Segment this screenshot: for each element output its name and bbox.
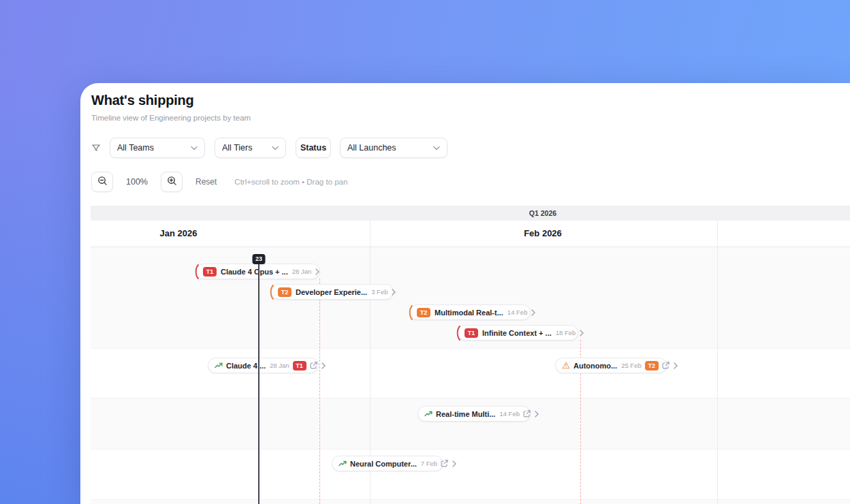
- launch-title: Real-time Multi...: [436, 410, 495, 418]
- project-title: Claude 4 Opus + ...: [221, 268, 288, 276]
- team-lane: [91, 348, 850, 398]
- chevron-right-icon: [392, 289, 396, 296]
- project-date: 28 Jan: [288, 268, 312, 275]
- timeline-grid[interactable]: T1 Claude 4 Opus + ... 28 Jan T2 Develop…: [91, 247, 850, 504]
- today-marker-badge: 23: [252, 254, 265, 264]
- launches-filter-select[interactable]: All Launches: [340, 138, 447, 158]
- tiers-filter-select[interactable]: All Tiers: [215, 138, 286, 158]
- launch-pill[interactable]: Neural Computer... 7 Feb: [332, 456, 443, 471]
- teams-filter-select[interactable]: All Teams: [110, 138, 205, 158]
- month-label-feb: Feb 2026: [524, 221, 562, 247]
- tier2-bracket-icon: [269, 285, 274, 300]
- project-title: Developer Experie...: [296, 288, 367, 296]
- external-link-icon: [441, 460, 448, 467]
- month-label-jan: Jan 2026: [160, 221, 198, 247]
- warning-icon: [562, 362, 570, 369]
- chevron-down-icon: [272, 146, 279, 151]
- zoom-toolbar: 100% Reset Ctrl+scroll to zoom • Drag to…: [91, 172, 347, 192]
- project-bar[interactable]: T1 Infinite Context + ... 18 Feb: [458, 325, 578, 341]
- chevron-right-icon: [321, 362, 326, 369]
- launch-pill[interactable]: Autonomo... 25 Feb T2: [555, 358, 667, 373]
- launch-pill[interactable]: Claude 4 ... 28 Jan T1: [208, 358, 319, 373]
- tier-badge: T2: [278, 287, 292, 297]
- launch-title: Claude 4 ...: [226, 362, 266, 370]
- project-date: 18 Feb: [552, 329, 576, 336]
- today-marker-line: [258, 264, 259, 504]
- tier-badge: T1: [465, 328, 478, 338]
- launch-pill[interactable]: Real-time Multi... 14 Feb: [418, 406, 531, 422]
- project-bar[interactable]: T2 Multimodal Real-t... 14 Feb: [410, 304, 531, 320]
- team-lane: [91, 499, 850, 504]
- trending-up-icon: [424, 411, 432, 417]
- page-title: What's shipping: [91, 93, 194, 108]
- project-title: Multimodal Real-t...: [435, 309, 503, 317]
- zoom-out-icon: [97, 176, 108, 188]
- external-link-icon: [310, 362, 317, 369]
- tier-badge: T2: [417, 308, 430, 317]
- chevron-right-icon: [452, 460, 456, 467]
- launch-date: 7 Feb: [417, 460, 437, 467]
- chevron-right-icon: [580, 330, 584, 336]
- project-title: Infinite Context + ...: [482, 329, 552, 337]
- timeline: Q1 2026 Jan 2026 Feb 2026 T: [91, 206, 850, 504]
- chevron-down-icon: [191, 146, 198, 151]
- team-lane: [91, 449, 850, 499]
- whats-shipping-panel: What's shipping Timeline view of Enginee…: [80, 83, 850, 504]
- zoom-out-button[interactable]: [91, 172, 113, 192]
- launch-date: 28 Jan: [266, 362, 289, 369]
- filter-bar: All Teams All Tiers Status All Launches: [91, 138, 457, 158]
- tier-badge: T1: [293, 361, 306, 371]
- teams-filter-value: All Teams: [117, 143, 154, 153]
- external-link-icon: [523, 410, 531, 418]
- status-filter-label: Status: [300, 143, 326, 153]
- project-date: 3 Feb: [367, 288, 388, 296]
- tier-badge: T2: [645, 361, 659, 371]
- chevron-right-icon: [535, 411, 539, 418]
- tier-badge: T1: [203, 267, 217, 277]
- trending-up-icon: [215, 362, 223, 368]
- launch-date: 25 Feb: [617, 362, 642, 369]
- month-header-row: Jan 2026 Feb 2026: [91, 221, 850, 247]
- chevron-right-icon: [531, 309, 535, 316]
- external-link-icon: [662, 362, 670, 369]
- trending-up-icon: [339, 460, 347, 467]
- chevron-right-icon: [674, 362, 678, 369]
- zoom-hint-text: Ctrl+scroll to zoom • Drag to pan: [234, 178, 347, 186]
- status-filter-button[interactable]: Status: [296, 138, 331, 158]
- chevron-right-icon: [315, 268, 319, 275]
- reset-zoom-button[interactable]: Reset: [195, 177, 217, 187]
- tier2-bracket-icon: [408, 305, 413, 320]
- tiers-filter-value: All Tiers: [222, 143, 252, 153]
- page-subtitle: Timeline view of Engineering projects by…: [91, 114, 251, 122]
- chevron-down-icon: [433, 146, 440, 151]
- launch-date: 14 Feb: [495, 410, 520, 418]
- quarter-label: Q1 2026: [529, 206, 556, 221]
- launches-filter-value: All Launches: [347, 143, 396, 153]
- filter-funnel-icon: [91, 143, 101, 153]
- app-background: What's shipping Timeline view of Enginee…: [0, 0, 850, 504]
- launch-title: Autonomo...: [573, 362, 617, 370]
- tier1-bracket-icon: [456, 326, 460, 341]
- zoom-level: 100%: [113, 177, 161, 187]
- project-bar[interactable]: T2 Developer Experie... 3 Feb: [271, 284, 394, 300]
- project-date: 14 Feb: [503, 309, 528, 316]
- launch-title: Neural Computer...: [350, 460, 417, 468]
- zoom-in-button[interactable]: [161, 172, 183, 192]
- quarter-header-bar: Q1 2026: [91, 206, 850, 221]
- zoom-in-icon: [167, 176, 177, 188]
- tier1-bracket-icon: [194, 264, 199, 279]
